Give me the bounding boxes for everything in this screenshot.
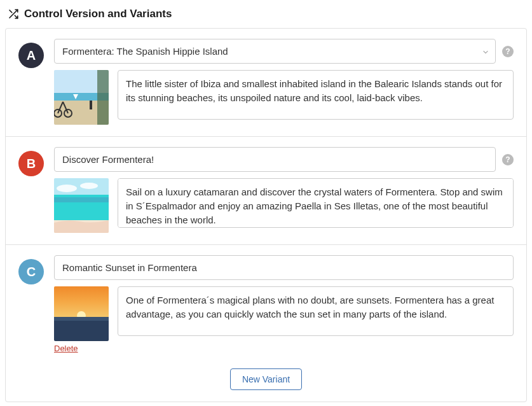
svg-point-15 <box>80 183 98 189</box>
delete-link[interactable]: Delete <box>54 344 78 353</box>
variant-badge-a: A <box>18 43 44 68</box>
variant-a-description-input[interactable] <box>118 70 514 120</box>
variant-b-title-input[interactable] <box>54 147 496 172</box>
variants-panel: A ? <box>5 28 527 402</box>
variant-c-description-input[interactable] <box>118 286 514 336</box>
variant-b-thumbnail[interactable] <box>54 178 109 233</box>
variant-a: A ? <box>6 29 526 136</box>
section-title: Control Version and Variants <box>24 8 172 20</box>
new-variant-button[interactable]: New Variant <box>230 368 302 390</box>
variant-b: B ? <box>6 136 526 244</box>
variant-badge-b: B <box>18 151 44 176</box>
variant-c-title-input[interactable] <box>54 255 514 280</box>
variant-b-description-input[interactable] <box>118 178 514 228</box>
variant-c-thumbnail[interactable] <box>54 286 109 341</box>
svg-rect-17 <box>54 197 109 202</box>
variant-a-thumbnail[interactable] <box>54 70 109 125</box>
svg-point-14 <box>57 185 77 192</box>
shuffle-icon <box>8 8 19 20</box>
svg-rect-22 <box>54 317 109 321</box>
svg-line-2 <box>10 10 12 13</box>
section-header: Control Version and Variants <box>5 5 527 28</box>
variant-a-title-input[interactable] <box>54 39 496 64</box>
help-icon[interactable]: ? <box>502 154 514 165</box>
variant-badge-c: C <box>18 259 44 284</box>
help-icon[interactable]: ? <box>502 46 514 57</box>
chevron-down-icon[interactable] <box>482 48 489 55</box>
svg-rect-7 <box>90 101 92 109</box>
panel-footer: New Variant <box>6 365 526 402</box>
variant-c: C <box>6 244 526 365</box>
svg-rect-6 <box>97 70 109 125</box>
